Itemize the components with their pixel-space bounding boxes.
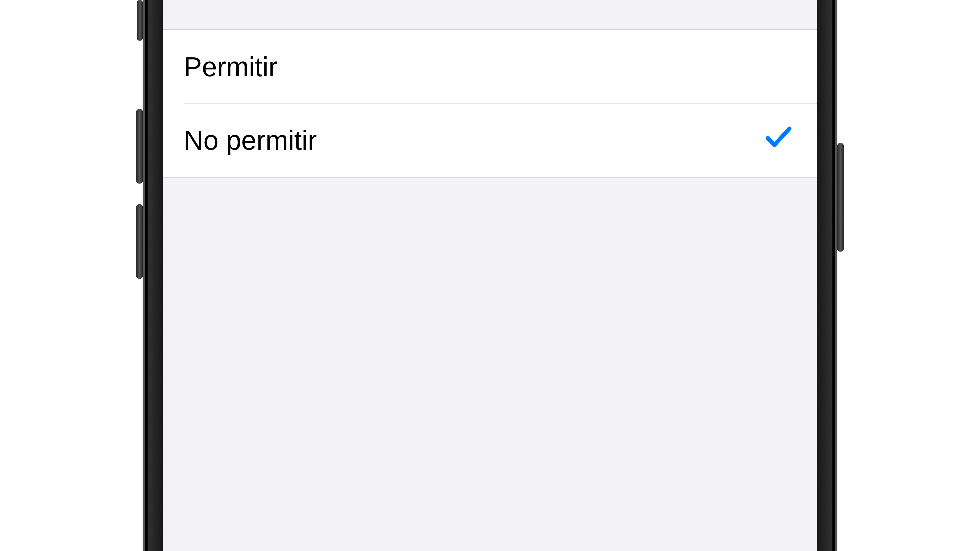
option-allow[interactable]: Permitir [163,30,817,103]
options-group: Permitir No permitir [163,30,817,178]
checkmark-icon [765,124,792,156]
option-label: Permitir [184,51,277,82]
side-button[interactable] [837,143,844,252]
screen: Atrás Compras dentro de la app Permitir … [163,0,817,551]
option-label: No permitir [184,125,317,156]
volume-up-button[interactable] [136,109,143,184]
mute-switch[interactable] [137,0,143,41]
group-header-gap [163,0,817,30]
phone-frame: Atrás Compras dentro de la app Permitir … [143,0,837,551]
option-dont-allow[interactable]: No permitir [184,103,817,177]
volume-down-button[interactable] [136,204,143,279]
